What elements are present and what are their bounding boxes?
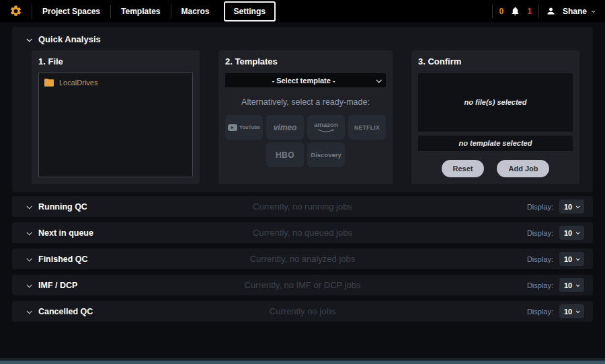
topbar: Project Spaces Templates Macros Settings… [0,0,605,22]
display-label: Display: [527,255,553,263]
app-menu-button[interactable] [9,5,22,17]
display-control: Display: 10 [527,304,584,318]
divider [492,5,493,18]
user-menu[interactable]: Shane [563,7,587,16]
folder-icon [44,79,54,87]
section-status-text: Currently, no IMF or DCP jobs [12,280,593,290]
main-nav: Project Spaces Templates Macros Settings [32,0,276,22]
template-netflix-button[interactable]: NETFLIX [348,115,386,140]
template-amazon-button[interactable]: amazon [307,115,345,140]
brand-row-1: YouTube vimeo amazon NETFLIX [225,115,386,140]
caret-down-icon[interactable] [592,9,596,13]
no-files-text: no file(s) selected [465,98,527,106]
footer-strip-teal [0,361,605,364]
section-cancelled-qc: Cancelled QC Currently no jobs Display: … [12,301,593,322]
template-hbo-button[interactable]: HBO [266,142,304,167]
display-control: Display: 10 [527,199,584,214]
nav-settings[interactable]: Settings [224,1,276,21]
chevron-down-icon [26,230,32,235]
file-browser[interactable]: LocalDrives [38,72,193,177]
template-select[interactable]: - Select template - [225,73,386,87]
nav-templates[interactable]: Templates [111,7,170,16]
notification-count-red: 1 [527,7,532,16]
quick-analysis-section: Quick Analysis 1. File LocalDrives [12,27,593,192]
file-tree-item-label: LocalDrives [59,79,97,87]
section-status-text: Currently, no queued jobs [12,228,593,238]
amazon-smile-icon [317,129,335,133]
confirm-panel: 3. Confirm no file(s) selected no templa… [411,50,579,184]
display-control: Display: 10 [527,252,584,266]
chevron-down-icon [26,36,32,42]
chevron-down-icon [26,203,32,209]
section-status-text: Currently, no running jobs [12,201,593,212]
chevron-down-icon [576,257,580,261]
display-label: Display: [527,281,553,289]
file-panel: 1. File LocalDrives [32,50,200,184]
nav-macros[interactable]: Macros [171,7,220,16]
template-select-value: - Select template - [231,77,376,85]
youtube-play-icon [228,124,237,131]
section-imf-dcp: IMF / DCP Currently, no IMF or DCP jobs … [12,275,593,295]
display-label: Display: [527,203,553,211]
display-count-select[interactable]: 10 [559,199,584,214]
display-control: Display: 10 [527,226,584,240]
display-count-select[interactable]: 10 [559,304,584,318]
file-panel-title: 1. File [38,56,193,66]
user-icon [546,6,556,16]
notification-count-orange: 0 [499,7,504,16]
section-running-qc: Running QC Currently, no running jobs Di… [12,196,593,217]
topbar-right: 0 1 Shane [492,5,594,18]
section-status-text: Currently no jobs [12,306,593,316]
gear-icon [9,5,22,17]
selected-files-box: no file(s) selected [418,73,573,132]
chevron-down-icon [26,256,32,261]
chevron-down-icon [576,283,580,287]
bell-icon[interactable] [510,6,520,16]
nav-project-spaces[interactable]: Project Spaces [32,7,110,16]
section-running-qc-toggle[interactable]: Running QC [27,202,87,212]
no-template-text: no template selected [459,139,532,147]
reset-button[interactable]: Reset [442,160,485,177]
template-youtube-button[interactable]: YouTube [225,115,263,140]
file-tree-item-localdrives[interactable]: LocalDrives [44,79,187,87]
section-next-in-queue: Next in queue Currently, no queued jobs … [12,222,593,243]
display-label: Display: [527,229,553,237]
section-next-in-queue-toggle[interactable]: Next in queue [27,228,93,238]
display-control: Display: 10 [527,278,584,292]
template-discovery-button[interactable]: Discovery [307,142,345,167]
chevron-down-icon [576,230,580,234]
main-content: Quick Analysis 1. File LocalDrives [0,22,605,322]
quick-analysis-header[interactable]: Quick Analysis [12,33,593,50]
divider [538,5,539,18]
templates-panel: 2. Templates - Select template - Alterna… [218,50,393,184]
chevron-down-icon [376,77,381,83]
section-cancelled-qc-toggle[interactable]: Cancelled QC [27,307,93,316]
add-job-button[interactable]: Add Job [497,160,549,177]
templates-panel-title: 2. Templates [225,56,386,66]
section-finished-qc: Finished QC Currently, no analyzed jobs … [12,248,593,269]
confirm-actions: Reset Add Job [418,160,573,177]
confirm-panel-title: 3. Confirm [418,56,573,66]
display-count-select[interactable]: 10 [559,226,584,240]
quick-analysis-title: Quick Analysis [38,34,101,44]
selected-template-box: no template selected [418,136,573,151]
display-label: Display: [527,308,553,316]
chevron-down-icon [576,204,580,208]
quick-analysis-panels: 1. File LocalDrives 2. Templates [12,50,593,184]
chevron-down-icon [26,308,32,314]
section-imf-dcp-toggle[interactable]: IMF / DCP [27,281,77,290]
chevron-down-icon [576,309,580,313]
brand-row-2: HBO Discovery [225,142,386,167]
chevron-down-icon [26,282,32,287]
section-status-text: Currently, no analyzed jobs [12,254,593,264]
template-vimeo-button[interactable]: vimeo [266,115,304,140]
ready-made-hint: Alternatively, select a ready-made: [225,97,386,107]
display-count-select[interactable]: 10 [559,252,584,266]
section-finished-qc-toggle[interactable]: Finished QC [27,255,88,264]
display-count-select[interactable]: 10 [559,278,584,292]
